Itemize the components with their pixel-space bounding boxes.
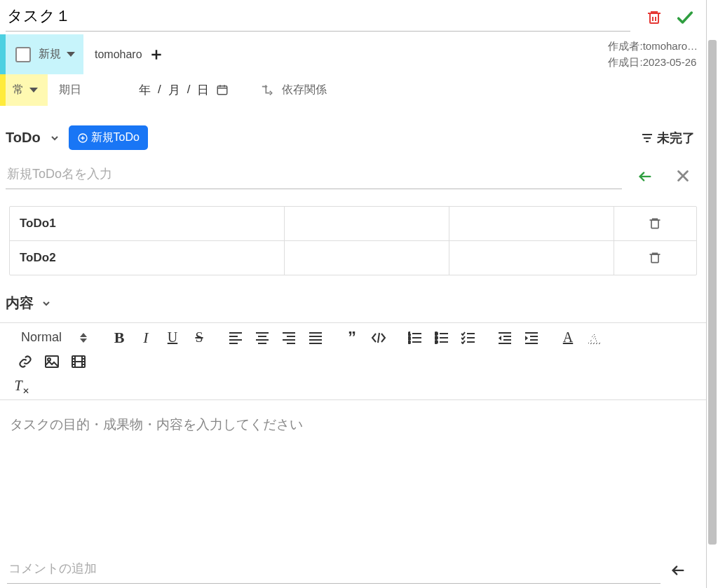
todo-table: ToDo1 ToDo2 [9,206,697,275]
content-editor[interactable]: タスクの目的・成果物・内容を入力してください [0,400,706,512]
align-right-icon [282,331,296,344]
creator-info: 作成者:tomoharo… 作成日:2023-05-26 [608,34,706,74]
code-icon [371,332,386,343]
text-color-button[interactable]: A [560,329,576,346]
task-title-input[interactable] [6,3,630,32]
list-ul-icon [435,331,449,344]
checklist-button[interactable] [460,329,477,346]
close-icon [675,168,691,184]
status-color-bar [0,34,6,74]
new-todo-button[interactable]: 新規ToDo [69,125,148,150]
svg-marker-11 [499,336,501,341]
indent-icon [524,331,538,344]
video-icon [72,355,86,368]
priority-label: 常 [13,83,24,97]
dependency-icon [261,84,276,97]
status-checkbox[interactable] [15,47,31,62]
trash-icon [648,251,662,265]
scrollbar[interactable] [706,0,718,588]
scrollbar-thumb[interactable] [708,40,717,545]
align-justify-icon [309,331,323,344]
svg-point-10 [435,341,438,343]
priority-color-bar [0,74,6,106]
cancel-todo-button[interactable] [675,168,700,184]
indent-button[interactable] [523,329,540,346]
todo-name-cell: ToDo1 [10,207,285,240]
delete-todo-button[interactable] [648,217,662,231]
comment-input[interactable] [7,556,661,584]
todo-collapse-toggle[interactable] [49,132,60,144]
chevron-down-icon [49,132,60,144]
align-center-icon [255,331,269,344]
ordered-list-button[interactable]: 123 [407,329,424,346]
chevron-down-icon [67,52,75,57]
enter-icon [636,168,654,184]
svg-text:3: 3 [408,340,411,344]
confirm-button[interactable] [675,8,695,27]
svg-rect-0 [650,13,658,23]
content-section-title: 内容 [6,294,34,313]
submit-comment-button[interactable] [669,562,687,577]
chevron-down-icon [41,298,52,309]
svg-rect-14 [588,343,601,344]
plus-circle-icon [77,132,88,144]
link-button[interactable] [17,353,34,370]
svg-rect-3 [651,220,658,228]
clear-format-button[interactable]: T✕ [10,377,27,394]
trash-icon [646,9,663,26]
image-icon [45,355,59,368]
delete-todo-button[interactable] [648,251,662,265]
svg-point-16 [48,358,50,361]
svg-text:A: A [590,331,598,343]
outdent-button[interactable] [496,329,513,346]
check-icon [675,8,695,27]
align-center-button[interactable] [254,329,271,346]
highlight-icon: A [587,331,602,345]
dependency-button[interactable]: 依存関係 [261,74,327,106]
calendar-icon [216,83,229,96]
unordered-list-button[interactable] [433,329,450,346]
bold-button[interactable]: B [111,329,128,346]
highlight-button[interactable]: A [586,329,603,346]
status-selector[interactable]: 新規 [6,34,83,74]
content-collapse-toggle[interactable] [41,298,52,309]
list-ol-icon: 123 [408,331,422,344]
list-check-icon [461,331,475,344]
svg-marker-12 [525,336,528,341]
plus-icon [149,48,163,62]
todo-row[interactable]: ToDo1 [10,207,696,240]
align-justify-button[interactable] [307,329,324,346]
content-placeholder: タスクの目的・成果物・内容を入力してください [10,417,303,432]
blockquote-button[interactable]: ” [344,329,360,346]
outdent-icon [498,331,512,344]
todo-section-title: ToDo [6,130,41,146]
italic-button[interactable]: I [137,329,154,346]
align-left-button[interactable] [227,329,244,346]
chevron-down-icon [29,88,38,93]
enter-icon [669,562,687,577]
due-date-label: 期日 [59,83,81,97]
svg-point-8 [435,332,438,335]
todo-row[interactable]: ToDo2 [10,240,696,275]
new-todo-input[interactable] [6,163,622,189]
strike-button[interactable]: S [191,329,208,346]
align-right-button[interactable] [280,329,297,346]
add-assignee-button[interactable] [149,48,163,62]
delete-task-button[interactable] [644,8,664,27]
assignee-name: tomoharo [95,48,142,61]
format-select[interactable]: Normal [17,329,91,346]
todo-filter[interactable]: 未完了 [642,130,700,146]
svg-rect-1 [218,86,228,95]
due-date-input[interactable]: 年 / 月 / 日 [137,81,230,100]
priority-selector[interactable]: 常 [6,74,48,106]
filter-icon [642,133,653,143]
video-button[interactable] [70,353,87,370]
align-left-icon [229,331,243,344]
underline-button[interactable]: U [164,329,181,346]
sort-caret-icon [80,333,87,343]
todo-name-cell: ToDo2 [10,241,285,275]
link-icon [18,355,32,369]
code-block-button[interactable] [370,329,387,346]
submit-todo-button[interactable] [636,168,661,184]
image-button[interactable] [43,353,60,370]
